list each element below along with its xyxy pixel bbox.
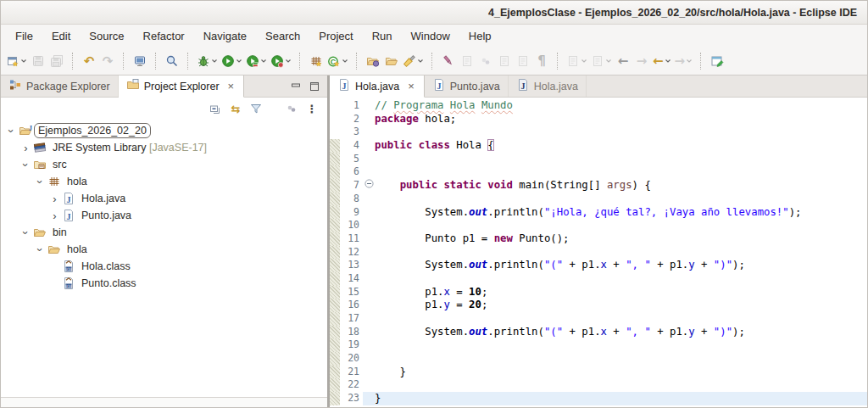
open-console-button[interactable] <box>131 51 149 71</box>
collapse-minus-icon[interactable] <box>364 179 374 193</box>
collapse-all-button[interactable] <box>207 100 224 117</box>
redo-button[interactable]: ↷ <box>98 51 117 71</box>
next-annotation-button[interactable] <box>565 51 589 71</box>
open-editor-window-button[interactable] <box>708 51 726 71</box>
previous-annotation-button[interactable] <box>589 51 614 71</box>
code-text[interactable] <box>375 153 867 166</box>
fold-ruler[interactable] <box>363 179 375 193</box>
menu-navigate[interactable]: Navigate <box>194 26 256 46</box>
new-java-project-button[interactable] <box>307 51 326 71</box>
code-text[interactable] <box>375 378 867 392</box>
new-wizard-button[interactable] <box>4 51 29 71</box>
tree-item-hola[interactable]: ›hola <box>1 173 327 190</box>
minimize-view-button[interactable] <box>288 79 303 94</box>
search-button[interactable] <box>401 51 426 71</box>
menu-file[interactable]: File <box>6 26 42 46</box>
last-edit-location-button[interactable]: ← <box>614 51 632 71</box>
chevron-down-icon[interactable] <box>342 59 348 64</box>
tree-item-jre-system-library[interactable]: ›JRE System Library [JavaSE-17] <box>1 139 327 156</box>
code-area[interactable]: 1// Programa Hola Mundo2package hola;34p… <box>330 98 867 407</box>
tree-item-punto-java[interactable]: ›JPunto.java <box>1 207 327 224</box>
coverage-button[interactable] <box>244 51 269 71</box>
chevron-down-icon[interactable] <box>417 59 424 64</box>
code-text[interactable]: System.out.println("(" + p1.x + ", " + p… <box>375 259 867 272</box>
focus-on-active-task-button[interactable] <box>283 100 300 117</box>
chevron-down-icon[interactable] <box>665 59 671 64</box>
code-text[interactable] <box>375 193 867 206</box>
editor-tab-hola-java-class[interactable]: JHola.java <box>509 75 587 97</box>
profile-button[interactable] <box>269 51 293 71</box>
code-text[interactable]: p1.x = 10; <box>375 286 867 299</box>
tree-item-bin[interactable]: ›bin <box>1 224 327 241</box>
tree-item-hola[interactable]: ›hola <box>1 241 327 258</box>
menu-edit[interactable]: Edit <box>42 26 80 46</box>
chevron-down-icon[interactable] <box>20 59 27 64</box>
view-tab-package-explorer[interactable]: Package Explorer <box>1 75 119 97</box>
chevron-down-icon[interactable] <box>211 59 218 64</box>
code-text[interactable] <box>375 338 867 352</box>
debug-button[interactable] <box>195 51 220 71</box>
menu-help[interactable]: Help <box>459 26 501 46</box>
close-icon[interactable]: × <box>226 80 236 92</box>
code-text[interactable]: System.out.println("(" + p1.x + ", " + p… <box>375 326 867 339</box>
tree-horizontal-scrollbar[interactable] <box>1 397 327 407</box>
expander-icon[interactable]: › <box>19 159 33 171</box>
run-button[interactable] <box>220 51 244 71</box>
save-button[interactable] <box>29 51 47 71</box>
chevron-down-icon[interactable] <box>686 59 693 64</box>
expander-icon[interactable]: › <box>47 193 62 205</box>
code-text[interactable]: p1.y = 20; <box>375 299 867 312</box>
tree-item-punto-class[interactable]: 010Punto.class <box>1 275 327 292</box>
editor-tab-punto-java[interactable]: JPunto.java <box>425 75 509 97</box>
code-text[interactable]: Punto p1 = new Punto(); <box>375 232 867 246</box>
code-text[interactable]: package hola; <box>375 113 867 126</box>
expander-icon[interactable]: › <box>33 176 47 188</box>
view-menu-button[interactable]: ⋮ <box>303 100 320 117</box>
menu-project[interactable]: Project <box>309 26 362 46</box>
expander-icon[interactable]: › <box>4 125 19 137</box>
code-text[interactable]: } <box>375 366 867 379</box>
menu-window[interactable]: Window <box>402 26 459 46</box>
link-with-editor-button[interactable]: ⇆ <box>227 100 244 117</box>
show-whitespace-button[interactable]: ¶ <box>532 51 551 71</box>
code-text[interactable] <box>375 246 867 260</box>
chevron-down-icon[interactable] <box>260 59 267 64</box>
tree-item-hola-java[interactable]: ›JHola.java <box>1 190 327 207</box>
view-tab-project-explorer[interactable]: Project Explorer× <box>119 75 245 98</box>
chevron-down-icon[interactable] <box>285 59 292 64</box>
code-text[interactable]: public class Hola { <box>375 139 867 153</box>
format-button[interactable] <box>458 51 476 71</box>
menu-source[interactable]: Source <box>80 26 133 46</box>
expander-icon[interactable]: › <box>47 210 62 222</box>
open-type-button[interactable] <box>364 51 382 71</box>
new-java-class-button[interactable]: C <box>326 51 350 71</box>
tree-item-src[interactable]: ›src <box>1 156 327 173</box>
menu-run[interactable]: Run <box>363 26 402 46</box>
undo-button[interactable]: ↶ <box>80 51 98 71</box>
menu-search[interactable]: Search <box>256 26 309 46</box>
next-edit-location-button[interactable]: → <box>632 51 651 71</box>
back-button[interactable]: ← <box>651 51 673 71</box>
tree-item-hola-class[interactable]: 010Hola.class <box>1 258 327 275</box>
code-text[interactable] <box>375 219 867 232</box>
code-text[interactable] <box>375 352 867 366</box>
block-selection-button[interactable] <box>514 51 532 71</box>
code-text[interactable] <box>375 312 867 326</box>
chevron-down-icon[interactable] <box>605 59 612 64</box>
sort-members-button[interactable] <box>476 51 495 71</box>
mark-occurrences-button[interactable] <box>439 51 458 71</box>
menu-refactor[interactable]: Refactor <box>134 26 194 46</box>
chevron-down-icon[interactable] <box>236 59 242 64</box>
code-text[interactable]: // Programa Hola Mundo <box>375 99 867 113</box>
expander-icon[interactable]: › <box>33 243 47 256</box>
show-source-button[interactable] <box>495 51 514 71</box>
open-element-button[interactable] <box>382 51 401 71</box>
save-all-button[interactable] <box>47 51 66 71</box>
filters-button[interactable] <box>248 100 264 117</box>
tree-item-ejemplos-2026-02-20[interactable]: ›JEjemplos_2026_02_20 <box>1 122 327 139</box>
expander-icon[interactable]: › <box>19 142 33 154</box>
forward-button[interactable]: → <box>673 51 695 71</box>
chevron-down-icon[interactable] <box>581 59 587 64</box>
code-text[interactable]: } <box>375 392 867 405</box>
code-text[interactable]: System.out.println("¡Hola, ¿qué tal?, ¡V… <box>375 206 867 220</box>
